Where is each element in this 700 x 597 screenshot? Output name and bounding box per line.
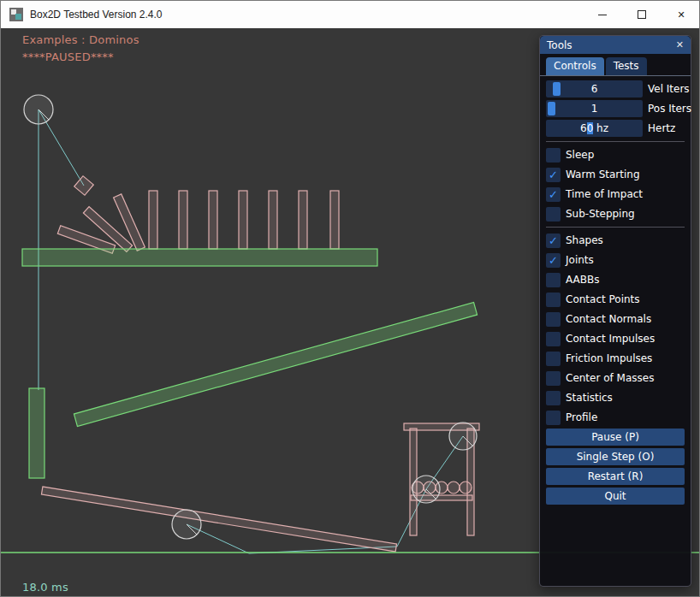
- checkbox-joints[interactable]: ✓: [546, 253, 561, 268]
- separator: [546, 141, 685, 142]
- vel-iters-row: 6 Vel Iters: [546, 80, 685, 98]
- checkbox-row-center-of-masses: Center of Masses: [546, 369, 685, 387]
- pos-iters-row: 1 Pos Iters: [546, 100, 685, 117]
- checkmark-icon: ✓: [549, 255, 558, 266]
- checkmark-icon: ✓: [549, 169, 558, 180]
- vel-iters-value: 6: [546, 80, 643, 98]
- tools-tab-bar: Controls Tests: [540, 54, 691, 76]
- minimize-icon: [598, 15, 607, 15]
- checkbox-label: AABBs: [566, 274, 599, 286]
- checkbox-row-aabbs: AABBs: [546, 271, 685, 288]
- close-icon: ✕: [677, 10, 685, 20]
- app-icon: [9, 8, 23, 21]
- tools-panel-titlebar[interactable]: Tools ✕: [540, 36, 691, 54]
- hertz-value-pre: 6: [580, 122, 587, 134]
- checkbox-time-of-impact[interactable]: ✓: [546, 187, 561, 202]
- checkbox-row-contact-normals: Contact Normals: [546, 310, 685, 328]
- checkbox-label: Sleep: [566, 149, 594, 161]
- window-titlebar: Box2D Testbed Version 2.4.0 ✕: [1, 1, 700, 28]
- tools-content: 6 Vel Iters 1 Pos Iters 60 hz Hertz: [540, 76, 691, 509]
- checkbox-profile[interactable]: [546, 411, 561, 425]
- checkbox-shapes[interactable]: ✓: [546, 233, 561, 248]
- checkbox-label: Time of Impact: [566, 188, 643, 200]
- checkbox-row-contact-impulses: Contact Impulses: [546, 330, 685, 347]
- window-controls: ✕: [583, 1, 700, 28]
- checkbox-friction-impulses[interactable]: [546, 352, 561, 366]
- hertz-input[interactable]: 60 hz: [546, 120, 643, 137]
- pos-iters-label: Pos Iters: [648, 103, 691, 115]
- checkbox-row-joints: ✓ Joints: [546, 251, 685, 269]
- checkbox-row-profile: Profile: [546, 409, 685, 426]
- checkbox-label: Profile: [566, 411, 597, 423]
- checkbox-row-sleep: Sleep: [546, 146, 685, 163]
- checkbox-row-time-of-impact: ✓ Time of Impact: [546, 186, 685, 203]
- quit-button[interactable]: Quit: [546, 488, 685, 505]
- restart-button[interactable]: Restart (R): [546, 468, 685, 485]
- checkmark-icon: ✓: [549, 235, 558, 246]
- frame-time-label: 18.0 ms: [22, 581, 68, 594]
- example-label: Examples : Dominos: [22, 33, 139, 46]
- checkbox-row-sub-stepping: Sub-Stepping: [546, 205, 685, 222]
- checkbox-label: Contact Normals: [566, 313, 651, 325]
- tools-panel-close-icon[interactable]: ✕: [676, 39, 684, 50]
- checkbox-statistics[interactable]: [546, 391, 561, 405]
- pause-button[interactable]: Pause (P): [546, 429, 685, 446]
- checkbox-center-of-masses[interactable]: [546, 371, 561, 386]
- checkbox-label: Shapes: [566, 234, 603, 246]
- maximize-icon: [638, 10, 646, 19]
- checkbox-label: Friction Impulses: [566, 352, 652, 364]
- checkbox-label: Joints: [566, 254, 594, 266]
- hertz-value: 60 hz: [546, 120, 643, 137]
- checkbox-aabbs[interactable]: [546, 273, 561, 287]
- hertz-value-selection: 0: [587, 122, 594, 134]
- checkbox-row-statistics: Statistics: [546, 389, 685, 406]
- checkbox-contact-points[interactable]: [546, 293, 561, 307]
- checkbox-contact-normals[interactable]: [546, 312, 561, 327]
- single-step-button[interactable]: Single Step (O): [546, 448, 685, 465]
- checkbox-label: Sub-Stepping: [566, 208, 635, 220]
- app-window: Box2D Testbed Version 2.4.0 ✕: [0, 0, 700, 597]
- tools-panel-title: Tools: [547, 39, 572, 51]
- checkbox-warm-starting[interactable]: ✓: [546, 168, 561, 182]
- checkbox-sub-stepping[interactable]: [546, 207, 561, 222]
- checkbox-sleep[interactable]: [546, 148, 561, 163]
- checkbox-label: Statistics: [566, 392, 613, 404]
- checkbox-label: Center of Masses: [566, 372, 654, 384]
- checkmark-icon: ✓: [549, 189, 558, 200]
- hertz-label: Hertz: [648, 122, 675, 134]
- checkbox-row-contact-points: Contact Points: [546, 291, 685, 308]
- hertz-value-post: hz: [593, 122, 608, 134]
- hertz-row: 60 hz Hertz: [546, 120, 685, 137]
- checkbox-label: Warm Starting: [566, 168, 640, 180]
- checkbox-contact-impulses[interactable]: [546, 332, 561, 346]
- pos-iters-value: 1: [546, 100, 643, 117]
- vel-iters-label: Vel Iters: [648, 83, 690, 95]
- pos-iters-slider[interactable]: 1: [546, 100, 643, 117]
- tab-controls[interactable]: Controls: [546, 57, 604, 75]
- checkbox-row-shapes: ✓ Shapes: [546, 232, 685, 249]
- vel-iters-slider[interactable]: 6: [546, 80, 643, 98]
- maximize-button[interactable]: [622, 1, 661, 28]
- paused-label: ****PAUSED****: [22, 50, 114, 63]
- checkbox-label: Contact Impulses: [566, 333, 655, 345]
- tools-panel: Tools ✕ Controls Tests 6 Vel Iters 1: [539, 35, 691, 587]
- close-button[interactable]: ✕: [661, 1, 700, 28]
- separator: [546, 227, 685, 228]
- checkbox-row-friction-impulses: Friction Impulses: [546, 350, 685, 367]
- tab-tests[interactable]: Tests: [606, 57, 647, 75]
- checkbox-row-warm-starting: ✓ Warm Starting: [546, 166, 685, 183]
- checkbox-label: Contact Points: [566, 293, 640, 305]
- window-title: Box2D Testbed Version 2.4.0: [30, 9, 163, 21]
- minimize-button[interactable]: [583, 1, 622, 28]
